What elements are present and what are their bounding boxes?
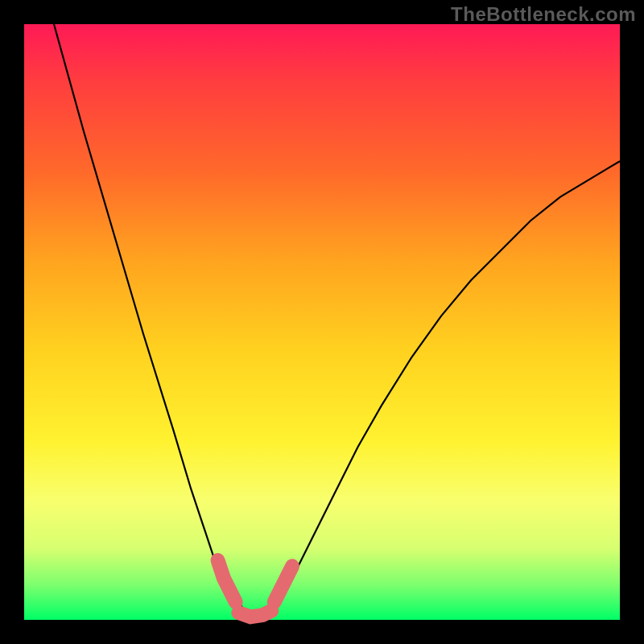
- highlight-marker-left: [218, 560, 236, 602]
- curve-left-branch: [24, 0, 250, 617]
- highlight-marker-right: [275, 566, 292, 601]
- curve-right-branch: [250, 161, 620, 617]
- watermark-text: TheBottleneck.com: [451, 3, 636, 26]
- highlight-marker-bottom: [238, 611, 271, 617]
- curve-layer: [24, 24, 620, 620]
- chart-frame: TheBottleneck.com: [0, 0, 644, 644]
- plot-area: [24, 24, 620, 620]
